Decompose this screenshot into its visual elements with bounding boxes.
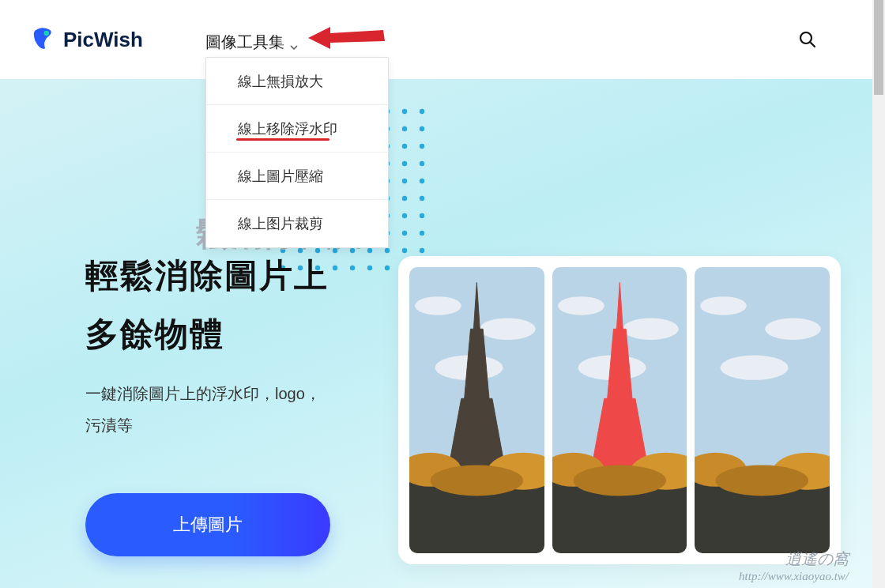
svg-point-83 <box>402 248 407 253</box>
svg-point-39 <box>420 161 424 166</box>
dropdown-item-compress[interactable]: 線上圖片壓縮 <box>206 153 388 200</box>
svg-point-57 <box>420 196 424 201</box>
svg-point-117 <box>716 465 808 496</box>
svg-point-65 <box>402 213 407 218</box>
hero-subline-line2: 污漬等 <box>85 409 321 441</box>
svg-point-109 <box>573 465 665 496</box>
watermark-title: 逍遙の窩 <box>739 548 849 570</box>
dropdown-item-enlarge[interactable]: 線上無損放大 <box>206 58 388 105</box>
svg-point-103 <box>558 296 604 315</box>
source-watermark: 逍遙の窩 http://www.xiaoyao.tw/ <box>739 548 849 583</box>
svg-point-88 <box>333 266 337 270</box>
demo-frame-original <box>409 267 544 553</box>
svg-point-90 <box>367 266 372 270</box>
svg-point-75 <box>420 231 424 236</box>
svg-point-101 <box>431 465 523 496</box>
nav-tools-dropdown-trigger[interactable]: 圖像工具集 <box>205 32 299 53</box>
svg-point-84 <box>420 248 424 253</box>
svg-point-38 <box>402 161 407 166</box>
hero-headline: 輕鬆消除圖片上 多餘物體 <box>85 247 329 363</box>
svg-point-29 <box>402 144 407 149</box>
svg-point-89 <box>350 266 355 270</box>
svg-point-91 <box>385 266 390 270</box>
svg-point-12 <box>420 109 424 114</box>
dropdown-item-label: 線上图片裁剪 <box>238 216 323 232</box>
dropdown-item-label: 線上圖片壓縮 <box>238 168 323 184</box>
page-scrollbar-thumb[interactable] <box>874 0 883 95</box>
svg-point-56 <box>402 196 407 201</box>
demo-frame-highlighted <box>552 267 687 553</box>
hero-subline-line1: 一鍵消除圖片上的浮水印，logo， <box>85 378 321 409</box>
demo-frame-removed <box>695 267 830 553</box>
search-button[interactable] <box>798 30 817 49</box>
dropdown-item-remove-watermark[interactable]: 線上移除浮水印 <box>206 105 388 153</box>
svg-point-82 <box>385 248 390 253</box>
svg-point-48 <box>420 179 424 183</box>
cta-label: 上傳圖片 <box>173 513 243 537</box>
svg-point-96 <box>480 318 535 340</box>
site-header: PicWish 圖像工具集 <box>0 0 872 79</box>
brand-logo[interactable]: PicWish <box>30 27 143 52</box>
dropdown-item-label: 線上移除浮水印 <box>238 121 337 137</box>
hero-headline-line1: 輕鬆消除圖片上 <box>85 247 329 305</box>
dropdown-item-label: 線上無損放大 <box>238 74 323 89</box>
annotation-underline <box>236 138 330 141</box>
svg-line-2 <box>811 43 815 47</box>
svg-point-95 <box>415 296 461 315</box>
svg-point-21 <box>420 126 424 131</box>
svg-point-30 <box>420 144 424 149</box>
dropdown-item-crop[interactable]: 線上图片裁剪 <box>206 200 388 247</box>
nav-tools-label: 圖像工具集 <box>205 32 284 53</box>
svg-point-20 <box>402 126 407 131</box>
svg-point-111 <box>700 296 747 315</box>
svg-point-0 <box>44 31 49 36</box>
svg-point-113 <box>721 356 789 380</box>
watermark-url: http://www.xiaoyao.tw/ <box>739 570 849 583</box>
hero-headline-line2: 多餘物體 <box>85 305 329 364</box>
search-icon <box>798 30 817 49</box>
svg-point-66 <box>420 213 424 218</box>
page-scrollbar-track[interactable] <box>872 0 885 588</box>
brand-name: PicWish <box>63 28 143 52</box>
svg-point-47 <box>402 179 407 183</box>
chevron-down-icon <box>289 38 299 47</box>
picwish-logo-icon <box>30 27 55 52</box>
upload-image-button[interactable]: 上傳圖片 <box>85 493 330 556</box>
svg-point-74 <box>402 231 407 236</box>
tools-dropdown-menu: 線上無損放大 線上移除浮水印 線上圖片壓縮 線上图片裁剪 <box>205 57 389 248</box>
svg-point-104 <box>623 318 678 340</box>
svg-point-112 <box>766 318 821 340</box>
demo-image-panel <box>398 256 841 564</box>
hero-subline: 一鍵消除圖片上的浮水印，logo， 污漬等 <box>85 378 321 441</box>
svg-point-11 <box>402 109 407 114</box>
